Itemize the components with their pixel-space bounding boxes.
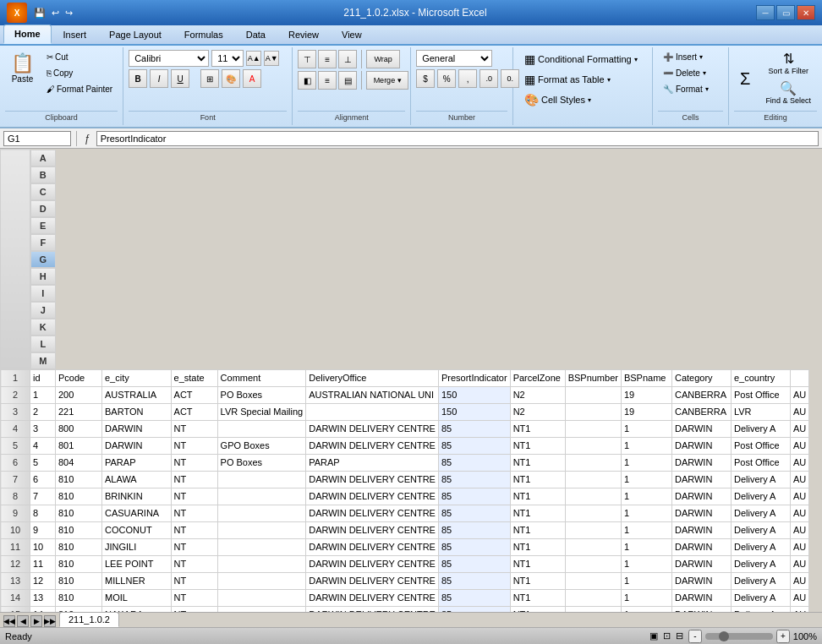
- table-cell[interactable]: 14: [30, 606, 56, 612]
- table-cell[interactable]: AU: [790, 606, 808, 612]
- table-cell[interactable]: 85: [438, 606, 510, 612]
- table-cell[interactable]: AU: [790, 454, 808, 471]
- table-cell[interactable]: DARWIN DELIVERY CENTRE: [306, 505, 439, 521]
- decrease-font-button[interactable]: A▼: [264, 51, 279, 66]
- table-cell[interactable]: DARWIN DELIVERY CENTRE: [306, 420, 439, 437]
- table-cell[interactable]: LVR Special Mailing: [217, 403, 306, 420]
- table-cell[interactable]: PARAP: [306, 454, 439, 471]
- sheet-tab-1[interactable]: 211_1.0.2: [59, 612, 119, 627]
- table-cell[interactable]: 1: [621, 555, 671, 572]
- table-cell[interactable]: AU: [790, 555, 808, 572]
- table-cell[interactable]: [565, 606, 621, 612]
- table-cell[interactable]: 19: [621, 403, 671, 420]
- table-cell[interactable]: NT: [171, 488, 217, 505]
- table-cell[interactable]: 1: [621, 454, 671, 471]
- row-header[interactable]: 4: [1, 420, 30, 437]
- align-top-button[interactable]: ⊤: [298, 50, 316, 68]
- col-header-c[interactable]: C: [30, 183, 56, 200]
- table-cell[interactable]: 85: [438, 572, 510, 589]
- percent-button[interactable]: %: [437, 69, 456, 88]
- page-break-view-icon[interactable]: ⊟: [676, 630, 683, 641]
- table-cell[interactable]: Category: [671, 369, 731, 386]
- table-cell[interactable]: N2: [510, 403, 565, 420]
- row-header[interactable]: 2: [1, 386, 30, 403]
- table-cell[interactable]: DARWIN: [671, 505, 731, 521]
- table-cell[interactable]: N2: [510, 386, 565, 403]
- copy-button[interactable]: ⎘ Copy: [41, 66, 118, 80]
- table-cell[interactable]: 85: [438, 471, 510, 488]
- table-cell[interactable]: DeliveryOffice: [306, 369, 439, 386]
- table-cell[interactable]: e_country: [731, 369, 790, 386]
- table-cell[interactable]: NT1: [510, 555, 565, 572]
- table-cell[interactable]: NAKARA: [102, 606, 172, 612]
- table-cell[interactable]: Delivery A: [731, 505, 790, 521]
- table-cell[interactable]: NT1: [510, 454, 565, 471]
- table-cell[interactable]: LEE POINT: [102, 555, 172, 572]
- table-cell[interactable]: [217, 420, 306, 437]
- table-cell[interactable]: DARWIN DELIVERY CENTRE: [306, 572, 439, 589]
- format-button[interactable]: 🔧 Format ▾: [658, 82, 714, 96]
- sheet-next-button[interactable]: ▶: [30, 615, 42, 627]
- table-cell[interactable]: [217, 555, 306, 572]
- table-cell[interactable]: AU: [790, 471, 808, 488]
- table-cell[interactable]: 810: [56, 471, 102, 488]
- table-cell[interactable]: NT1: [510, 420, 565, 437]
- normal-view-icon[interactable]: ▣: [649, 630, 658, 641]
- table-cell[interactable]: [565, 437, 621, 454]
- table-cell[interactable]: DARWIN: [671, 589, 731, 606]
- table-cell[interactable]: [217, 488, 306, 505]
- table-cell[interactable]: [565, 488, 621, 505]
- table-cell[interactable]: 810: [56, 505, 102, 521]
- table-cell[interactable]: 85: [438, 454, 510, 471]
- formula-input[interactable]: [96, 131, 819, 146]
- table-cell[interactable]: Comment: [217, 369, 306, 386]
- page-layout-view-icon[interactable]: ⊡: [663, 630, 671, 641]
- table-cell[interactable]: Delivery A: [731, 555, 790, 572]
- table-cell[interactable]: AU: [790, 589, 808, 606]
- bold-button[interactable]: B: [129, 69, 147, 88]
- tab-view[interactable]: View: [331, 25, 373, 44]
- table-cell[interactable]: 1: [621, 606, 671, 612]
- row-header[interactable]: 6: [1, 454, 30, 471]
- table-cell[interactable]: AU: [790, 538, 808, 555]
- table-cell[interactable]: [217, 589, 306, 606]
- zoom-slider[interactable]: [705, 633, 773, 640]
- table-cell[interactable]: GPO Boxes: [217, 437, 306, 454]
- table-cell[interactable]: MILLNER: [102, 572, 172, 589]
- number-format-select[interactable]: General: [416, 50, 492, 67]
- table-cell[interactable]: 8: [30, 505, 56, 521]
- table-cell[interactable]: AU: [790, 505, 808, 521]
- increase-font-button[interactable]: A▲: [246, 51, 261, 66]
- table-cell[interactable]: 85: [438, 488, 510, 505]
- table-cell[interactable]: [565, 386, 621, 403]
- table-cell[interactable]: DARWIN DELIVERY CENTRE: [306, 589, 439, 606]
- row-header[interactable]: 8: [1, 488, 30, 505]
- table-cell[interactable]: Post Office: [731, 386, 790, 403]
- table-cell[interactable]: NT: [171, 555, 217, 572]
- table-cell[interactable]: 1: [621, 488, 671, 505]
- table-cell[interactable]: NT1: [510, 606, 565, 612]
- fill-color-button[interactable]: 🎨: [222, 69, 240, 88]
- row-header[interactable]: 13: [1, 572, 30, 589]
- table-cell[interactable]: Delivery A: [731, 488, 790, 505]
- table-cell[interactable]: NT: [171, 572, 217, 589]
- table-cell[interactable]: COCONUT: [102, 521, 172, 538]
- table-cell[interactable]: NT1: [510, 488, 565, 505]
- tab-formulas[interactable]: Formulas: [173, 25, 234, 44]
- table-cell[interactable]: DARWIN: [102, 420, 172, 437]
- border-button[interactable]: ⊞: [200, 69, 219, 88]
- cell-styles-button[interactable]: 🎨 Cell Styles ▾: [518, 90, 644, 109]
- row-header[interactable]: 12: [1, 555, 30, 572]
- table-cell[interactable]: Pcode: [56, 369, 102, 386]
- table-cell[interactable]: 801: [56, 437, 102, 454]
- align-left-button[interactable]: ◧: [298, 71, 316, 90]
- table-cell[interactable]: 1: [621, 589, 671, 606]
- sheet-prev-button[interactable]: ◀: [17, 615, 29, 627]
- col-header-j[interactable]: J: [30, 302, 56, 319]
- table-cell[interactable]: NT: [171, 437, 217, 454]
- paste-button[interactable]: 📋 Paste: [5, 50, 40, 88]
- table-cell[interactable]: e_state: [171, 369, 217, 386]
- table-cell[interactable]: BRINKIN: [102, 488, 172, 505]
- table-cell[interactable]: 1: [621, 437, 671, 454]
- table-cell[interactable]: ALAWA: [102, 471, 172, 488]
